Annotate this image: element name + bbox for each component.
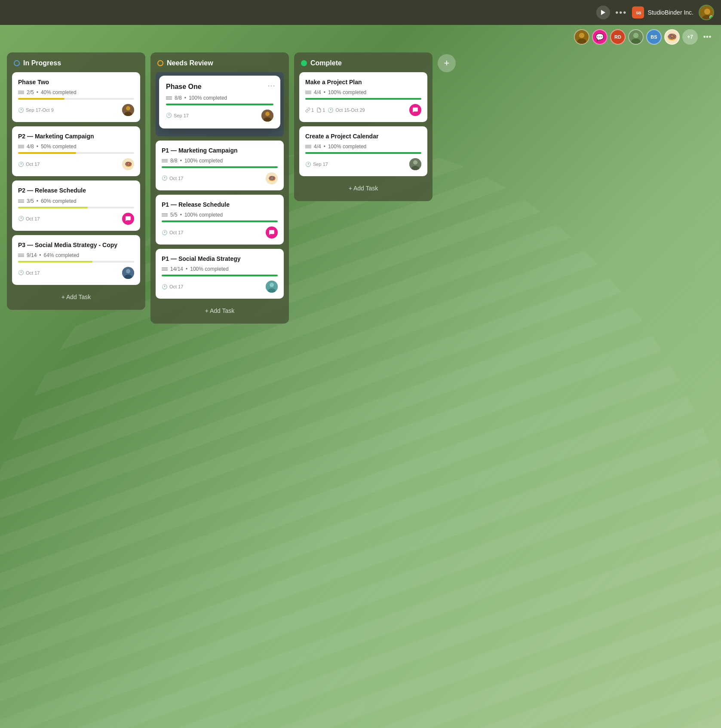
card-phase-one-floating[interactable]: ⋯ Phase One 8/8 • 100% completed [159, 76, 280, 128]
card-assignee-avatar [122, 104, 134, 116]
svg-point-16 [126, 106, 130, 110]
svg-point-4 [704, 9, 710, 15]
card-title: P2 — Marketing Campaign [18, 132, 134, 140]
svg-point-34 [265, 112, 270, 116]
progress-bar-fill [166, 104, 273, 105]
svg-text:SB: SB [636, 11, 641, 15]
status-dot-needs-review [157, 60, 163, 66]
card-progress-text: 8/8 • 100% completed [162, 158, 278, 164]
svg-marker-0 [601, 10, 605, 15]
column-header-in-progress: In Progress [12, 59, 140, 67]
task-list-icon [18, 199, 24, 203]
card-p3-social[interactable]: P3 — Social Media Strategy - Copy 9/14 •… [12, 235, 140, 285]
card-progress-text: 3/5 • 60% completed [18, 198, 134, 204]
card-project-calendar[interactable]: Create a Project Calendar 4/4 • 100% com… [299, 126, 427, 176]
task-list-icon [305, 90, 311, 95]
card-assignee-avatar [266, 281, 278, 293]
task-list-icon [166, 96, 172, 100]
progress-bar-fill [18, 152, 76, 154]
progress-bar-fill [162, 275, 278, 276]
card-date: 🕐 Oct 17 [18, 216, 40, 221]
card-p1-release[interactable]: P1 — Release Schedule 5/5 • 100% complet… [156, 195, 284, 245]
card-progress-text: 14/14 • 100% completed [162, 266, 278, 272]
column-title-needs-review: Needs Review [167, 59, 213, 67]
topbar: ••• SB StudioBinder Inc. [0, 0, 721, 25]
card-title: P1 — Marketing Campaign [162, 147, 278, 154]
member-avatar-chat[interactable]: 💬 [592, 29, 607, 45]
progress-bar-fill [18, 207, 88, 208]
card-assignee-avatar [409, 158, 421, 170]
member-count-badge[interactable]: +7 [682, 29, 698, 45]
progress-bar-bg [18, 207, 134, 208]
member-avatar-4[interactable] [628, 29, 644, 45]
card-progress-text: 4/8 • 50% completed [18, 144, 134, 150]
card-progress-text: 9/14 • 64% completed [18, 252, 134, 258]
brand: SB StudioBinder Inc. [632, 6, 693, 18]
card-progress-text: 4/4 • 100% completed [305, 144, 421, 150]
progress-bar-fill [162, 220, 278, 222]
column-title-in-progress: In Progress [23, 59, 61, 67]
svg-point-10 [633, 33, 638, 38]
card-footer: 1 1 🕐 Oct 15-Oct 29 [305, 104, 421, 116]
task-list-icon [162, 267, 168, 271]
member-avatar-rd[interactable]: RD [610, 29, 626, 45]
card-progress-text: 2/5 • 40% completed [18, 89, 134, 95]
card-footer: 🕐 Sep 17 [305, 158, 421, 170]
card-project-plan[interactable]: Make a Project Plan 4/4 • 100% completed [299, 72, 427, 122]
note-count: 1 [316, 107, 325, 113]
card-title: Phase Two [18, 78, 134, 86]
progress-bar-fill [162, 166, 278, 168]
progress-bar-bg [162, 220, 278, 222]
progress-bar-bg [18, 261, 134, 263]
progress-bar-fill [18, 261, 92, 263]
card-phase-two[interactable]: Phase Two 2/5 • 40% completed 🕐 Sep 17-O… [12, 72, 140, 122]
card-date: 🕐 Sep 17 [166, 113, 189, 118]
add-task-button-in-progress[interactable]: + Add Task [12, 289, 140, 305]
status-dot-in-progress [14, 60, 20, 66]
card-assignee-avatar: 🍩 [122, 158, 134, 170]
link-count: 1 [305, 107, 314, 113]
task-list-icon [18, 144, 24, 149]
topbar-menu-button[interactable]: ••• [615, 8, 627, 18]
column-header-complete: Complete [299, 59, 427, 67]
card-progress-text: 5/5 • 100% completed [162, 212, 278, 218]
card-p1-social[interactable]: P1 — Social Media Strategy 14/14 • 100% … [156, 249, 284, 299]
brand-icon: SB [632, 6, 644, 18]
card-date: 🕐 Sep 17 [305, 162, 328, 167]
card-title: Phase One [166, 83, 263, 92]
add-task-button-needs-review[interactable]: + Add Task [156, 303, 284, 318]
add-column-button[interactable]: + [438, 54, 456, 72]
card-p1-marketing[interactable]: P1 — Marketing Campaign 8/8 • 100% compl… [156, 141, 284, 190]
card-footer: 🕐 Oct 17 [18, 267, 134, 279]
card-p2-marketing[interactable]: P2 — Marketing Campaign 4/8 • 50% comple… [12, 126, 140, 176]
card-options-button[interactable]: ⋯ [267, 81, 275, 90]
task-list-icon [18, 253, 24, 257]
progress-bar-fill [305, 152, 421, 154]
members-more-button[interactable]: ••• [700, 30, 714, 44]
status-dot-complete [301, 60, 307, 66]
floating-card-container: ⋯ Phase One 8/8 • 100% completed [156, 72, 284, 136]
member-avatar-1[interactable] [574, 29, 589, 45]
card-footer: 🕐 Oct 17 [18, 213, 134, 225]
svg-point-55 [413, 160, 417, 165]
member-avatar-donut[interactable]: 🍩 [664, 29, 680, 45]
add-task-button-complete[interactable]: + Add Task [299, 180, 427, 196]
card-meta-icons: 1 1 🕐 Oct 15-Oct 29 [305, 107, 365, 113]
card-date: 🕐 Oct 17 [162, 230, 183, 236]
member-avatar-bs[interactable]: BS [646, 29, 662, 45]
members-bar: 💬 RD BS 🍩 +7 ••• [0, 25, 721, 49]
brand-name: StudioBinder Inc. [647, 9, 693, 16]
progress-bar-bg [162, 275, 278, 276]
card-p2-release[interactable]: P2 — Release Schedule 3/5 • 60% complete… [12, 180, 140, 230]
task-list-icon [162, 213, 168, 217]
online-indicator [709, 15, 713, 19]
card-title: P1 — Social Media Strategy [162, 255, 278, 263]
user-avatar[interactable] [699, 5, 714, 20]
progress-bar-fill [305, 98, 421, 100]
column-in-progress: In Progress Phase Two 2/5 • 40% complete… [7, 52, 145, 310]
progress-bar-bg [166, 104, 273, 105]
progress-bar-fill [18, 98, 64, 100]
play-button[interactable] [596, 6, 610, 19]
progress-bar-bg [18, 152, 134, 154]
card-title: Create a Project Calendar [305, 132, 421, 140]
